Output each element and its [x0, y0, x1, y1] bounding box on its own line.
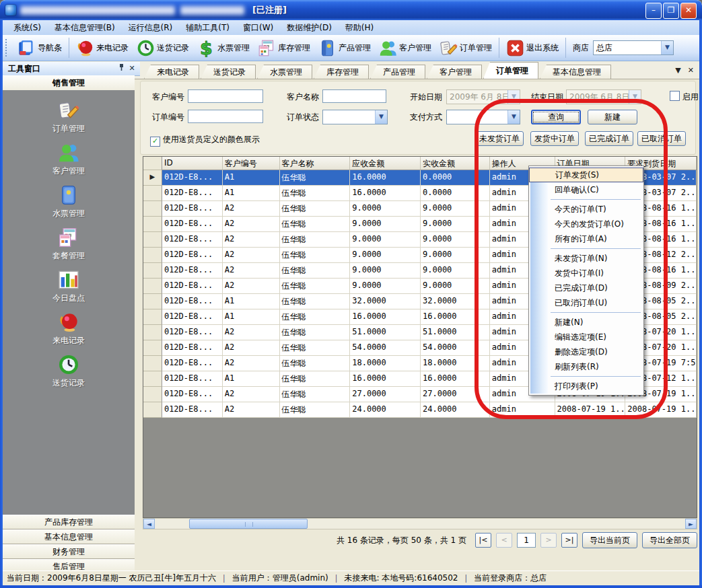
column-header-ID[interactable]: ID	[162, 157, 223, 170]
pin-icon[interactable]	[116, 63, 127, 74]
sidebar-item-来电记录[interactable]: 来电记录	[3, 307, 135, 350]
quick-filter-未发货订单[interactable]: 未发货订单	[475, 131, 524, 146]
context-menu-item[interactable]: 今天的订单(T)	[529, 202, 643, 217]
next-page-button[interactable]: >	[540, 533, 557, 548]
sidebar-item-订单管理[interactable]: 订单管理	[3, 96, 135, 138]
tab-送货记录[interactable]: 送货记录	[201, 65, 256, 79]
menubar-item[interactable]: 基本信息管理(B)	[48, 21, 122, 35]
toolbar-button-exit-icon[interactable]: 退出系统	[502, 36, 563, 60]
column-header[interactable]	[143, 157, 162, 170]
context-menu-item[interactable]: 今天的发货订单(O)	[529, 217, 643, 231]
horizontal-scrollbar[interactable]: ◄ ►	[143, 518, 697, 529]
scroll-right-icon[interactable]: ►	[685, 519, 697, 529]
close-button[interactable]: ✕	[680, 3, 697, 19]
tab-close-icon[interactable]: ✕	[688, 66, 694, 75]
sidebar-item-今日盘点[interactable]: 今日盘点	[3, 265, 135, 307]
row-selector[interactable]	[143, 387, 162, 402]
context-menu-item[interactable]: 打印列表(P)	[529, 379, 643, 394]
toolbar-button-order-icon[interactable]: 订单管理	[435, 36, 496, 60]
end-date-picker[interactable]: 2009年 6月 8日▼	[566, 89, 641, 104]
context-menu-item[interactable]: 刷新列表(R)	[529, 359, 643, 374]
context-menu-item[interactable]: 订单发货(S)	[529, 168, 643, 182]
row-selector[interactable]	[143, 371, 162, 387]
context-menu-item[interactable]: 编辑选定项(E)	[529, 330, 643, 344]
toolbar-button-delivery-record-icon[interactable]: 送货记录	[133, 36, 193, 60]
sidebar-item-套餐管理[interactable]: 套餐管理	[3, 223, 135, 265]
order-status-select[interactable]: ▼	[322, 110, 388, 124]
row-selector[interactable]	[143, 217, 162, 232]
column-header-实收金额[interactable]: 实收金额	[421, 157, 490, 170]
export-current-page-button[interactable]: 导出当前页	[582, 532, 637, 548]
menubar-item[interactable]: 运行信息(R)	[122, 21, 180, 35]
pay-method-select[interactable]: ▼	[446, 110, 520, 124]
tab-基本信息管理[interactable]: 基本信息管理	[540, 65, 611, 79]
row-selector[interactable]	[143, 309, 162, 325]
sidebar-group-sales[interactable]: 销售管理	[3, 75, 135, 91]
sidebar-group-基本信息管理[interactable]: 基本信息管理	[3, 529, 135, 544]
table-row[interactable]: 012D-E8...A2伍华聪24.000024.0000admin2008-0…	[143, 402, 697, 418]
toolbar-button-product-icon[interactable]: 产品管理	[314, 36, 375, 60]
first-page-button[interactable]: |<	[475, 533, 491, 548]
customer-code-input[interactable]	[188, 89, 263, 103]
prev-page-button[interactable]: <	[496, 533, 512, 548]
customer-name-input[interactable]	[322, 89, 386, 103]
scrollbar-thumb[interactable]	[189, 519, 308, 529]
context-menu-item[interactable]: 未发货订单(N)	[529, 251, 643, 266]
row-selector[interactable]	[143, 325, 162, 340]
menubar-item[interactable]: 辅助工具(T)	[179, 21, 236, 35]
tab-水票管理[interactable]: 水票管理	[257, 65, 312, 79]
row-selector[interactable]	[143, 356, 162, 371]
sidebar-item-送货记录[interactable]: 送货记录	[3, 350, 135, 392]
context-menu-item[interactable]: 已完成订单(D)	[529, 281, 643, 295]
context-menu-item[interactable]: 回单确认(C)	[529, 182, 643, 197]
quick-filter-已完成订单[interactable]: 已完成订单	[585, 131, 633, 146]
scroll-left-icon[interactable]: ◄	[143, 519, 155, 529]
context-menu-item[interactable]: 删除选定项(D)	[529, 344, 643, 359]
start-date-picker[interactable]: 2009年 6月 8日▼	[446, 89, 520, 104]
enable-checkbox[interactable]: 启用	[670, 91, 699, 103]
export-all-pages-button[interactable]: 导出全部页	[642, 532, 697, 548]
row-selector[interactable]	[143, 248, 162, 263]
column-header-客户名称[interactable]: 客户名称	[280, 157, 351, 170]
tab-产品管理[interactable]: 产品管理	[370, 65, 425, 79]
context-menu-item[interactable]: 新建(N)	[529, 315, 643, 330]
toolbar-button-call-record-icon[interactable]: 来电记录	[72, 36, 133, 60]
row-selector[interactable]	[143, 340, 162, 356]
tab-库存管理[interactable]: 库存管理	[314, 65, 369, 79]
tab-list-dropdown-icon[interactable]: ▼	[675, 66, 680, 75]
row-selector[interactable]	[143, 201, 162, 217]
row-selector[interactable]	[143, 263, 162, 279]
color-display-checkbox[interactable]: ✓ 使用送货员定义的颜色展示	[150, 134, 260, 147]
row-selector[interactable]	[143, 232, 162, 248]
sidebar-group-产品库存管理[interactable]: 产品库存管理	[3, 515, 135, 529]
row-selector[interactable]	[143, 279, 162, 294]
new-button[interactable]: 新建	[588, 110, 637, 124]
search-button[interactable]: 查询	[531, 110, 581, 124]
context-menu-item[interactable]: 所有的订单(A)	[529, 231, 643, 246]
sidebar-item-客户管理[interactable]: 客户管理	[3, 138, 135, 180]
menubar-item[interactable]: 数据维护(D)	[280, 21, 339, 35]
toolbar-button-navigation-icon[interactable]: 导航条	[13, 36, 66, 60]
tab-来电记录[interactable]: 来电记录	[144, 65, 199, 79]
shop-select[interactable]: 总店▼	[593, 40, 674, 55]
row-selector[interactable]	[143, 294, 162, 309]
maximize-button[interactable]: ❐	[663, 3, 679, 19]
minimize-button[interactable]: –	[645, 3, 662, 19]
last-page-button[interactable]: >|	[561, 533, 577, 548]
close-icon[interactable]: ✕	[127, 63, 137, 74]
context-menu-item[interactable]: 已取消订单(U)	[529, 295, 643, 310]
page-number-input[interactable]: 1	[517, 533, 536, 548]
menubar-item[interactable]: 系统(S)	[7, 21, 48, 35]
toolbar-button-customer-icon[interactable]: 客户管理	[375, 36, 435, 60]
menubar-item[interactable]: 窗口(W)	[236, 21, 280, 35]
column-header-应收金额[interactable]: 应收金额	[350, 157, 421, 170]
tab-客户管理[interactable]: 客户管理	[427, 65, 482, 79]
context-menu-item[interactable]: 发货中订单(I)	[529, 266, 643, 281]
quick-filter-已取消订单[interactable]: 已取消订单	[637, 131, 686, 146]
sidebar-item-水票管理[interactable]: 水票管理	[3, 180, 135, 223]
row-selector[interactable]	[143, 402, 162, 418]
quick-filter-发货中订单[interactable]: 发货中订单	[530, 131, 579, 146]
sidebar-group-财务管理[interactable]: 财务管理	[3, 544, 135, 559]
toolbar-button-water-ticket-icon[interactable]: $水票管理	[193, 36, 254, 60]
row-selector[interactable]	[143, 186, 162, 201]
